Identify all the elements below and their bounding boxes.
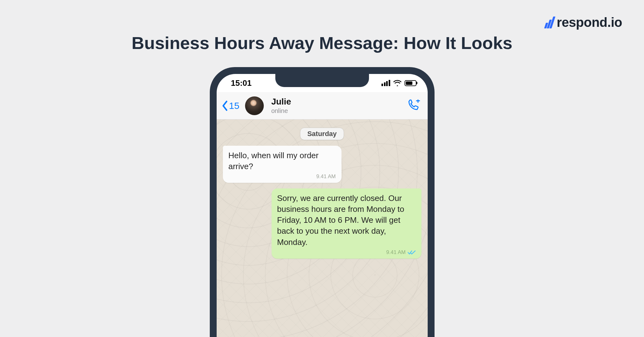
message-time: 9.41 AM xyxy=(386,249,406,256)
message-outgoing[interactable]: Sorry, we are currently closed. Our busi… xyxy=(272,188,421,258)
back-unread-count: 15 xyxy=(229,100,239,111)
message-time: 9.41 AM xyxy=(316,173,336,180)
brand-logo: respond.io xyxy=(545,15,622,30)
wifi-icon xyxy=(393,80,401,86)
status-indicators xyxy=(381,80,416,86)
cellular-signal-icon xyxy=(381,80,390,86)
phone-mockup: 15:01 xyxy=(210,67,435,337)
read-receipt-icon xyxy=(408,250,416,255)
status-time: 15:01 xyxy=(231,78,252,88)
chat-header: 15 Julie online xyxy=(217,92,428,120)
contact-status: online xyxy=(271,107,403,114)
contact-avatar[interactable] xyxy=(245,96,264,115)
battery-icon xyxy=(405,80,416,86)
message-meta: 9.41 AM xyxy=(277,249,416,256)
chat-body[interactable]: Saturday Hello, when will my order arriv… xyxy=(217,120,428,337)
contact-info[interactable]: Julie online xyxy=(271,97,403,114)
message-text: Sorry, we are currently closed. Our busi… xyxy=(277,193,416,247)
message-text: Hello, when will my order arrive? xyxy=(229,150,336,172)
date-chip: Saturday xyxy=(300,128,344,140)
page-title: Business Hours Away Message: How It Look… xyxy=(132,33,513,53)
brand-logo-text: respond.io xyxy=(557,15,622,30)
message-meta: 9.41 AM xyxy=(229,173,336,180)
call-button[interactable] xyxy=(406,100,420,112)
message-incoming[interactable]: Hello, when will my order arrive? 9.41 A… xyxy=(223,146,342,183)
contact-name: Julie xyxy=(271,97,403,107)
phone-notch xyxy=(275,74,369,87)
back-button[interactable]: 15 xyxy=(222,100,239,111)
chevron-left-icon xyxy=(222,100,229,111)
brand-logo-mark xyxy=(545,17,553,28)
phone-screen: 15:01 xyxy=(217,74,428,337)
